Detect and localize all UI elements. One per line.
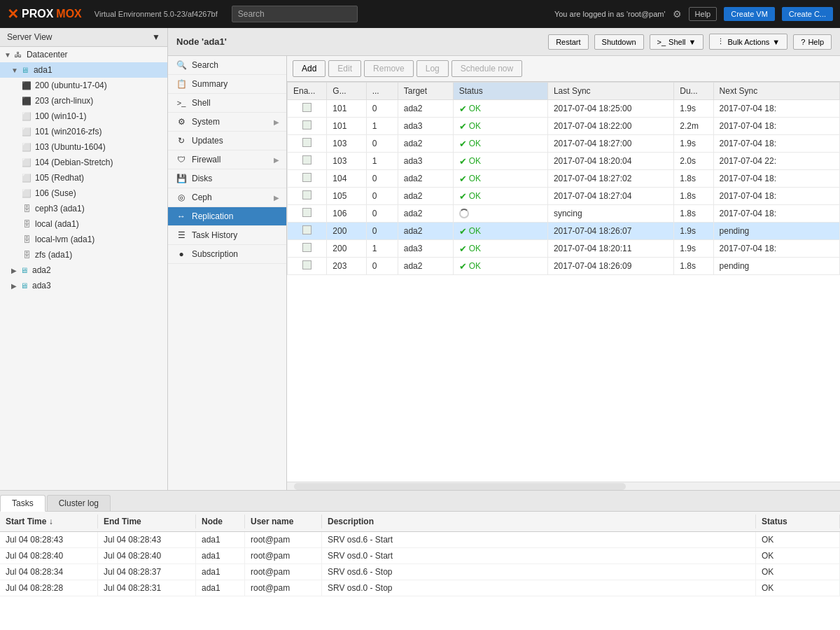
- log-button[interactable]: Log: [416, 60, 449, 77]
- edit-button[interactable]: Edit: [328, 60, 361, 77]
- table-row[interactable]: 101 1 ada3 ✔ OK 2017-07-04 18:22:00 2.2m…: [288, 118, 840, 135]
- task-start-time: Jul 04 08:28:43: [0, 532, 98, 547]
- status-cell: ✔ OK: [453, 100, 547, 118]
- sidebar-item-ada1[interactable]: ▼ 🖥 ada1: [0, 62, 167, 78]
- list-item[interactable]: Jul 04 08:28:28 Jul 04 08:28:31 ada1 roo…: [0, 580, 840, 596]
- sidebar-item-101[interactable]: ⬜ 101 (win2016-zfs): [0, 124, 167, 139]
- target-cell: ada2: [398, 223, 453, 240]
- gear-icon[interactable]: ⚙: [673, 8, 682, 20]
- sidebar-item-ceph3[interactable]: 🗄 ceph3 (ada1): [0, 201, 167, 216]
- nav-item-task-history[interactable]: ☰ Task History: [168, 226, 286, 245]
- table-row[interactable]: 106 0 ada2 syncing 1.8s 2017-07-04 18:: [288, 205, 840, 223]
- enable-cell[interactable]: [288, 135, 327, 153]
- sidebar-item-106[interactable]: ⬜ 106 (Suse): [0, 186, 167, 201]
- enable-checkbox[interactable]: [302, 103, 312, 112]
- nav-item-shell[interactable]: >_ Shell: [168, 94, 286, 113]
- enable-checkbox[interactable]: [302, 208, 312, 217]
- chevron-right-icon-ceph: ▶: [274, 194, 279, 202]
- col-header-status[interactable]: Status: [453, 83, 547, 100]
- enable-checkbox[interactable]: [302, 155, 312, 164]
- nav-item-firewall[interactable]: 🛡 Firewall ▶: [168, 150, 286, 169]
- table-row[interactable]: 103 0 ada2 ✔ OK 2017-07-04 18:27:00 1.9s…: [288, 135, 840, 153]
- last-sync-cell: 2017-07-04 18:20:11: [547, 240, 673, 258]
- enable-cell[interactable]: [288, 223, 327, 240]
- table-row[interactable]: 101 0 ada2 ✔ OK 2017-07-04 18:25:00 1.9s…: [288, 100, 840, 118]
- target-cell: ada3: [398, 153, 453, 170]
- enable-checkbox[interactable]: [302, 225, 312, 234]
- table-row[interactable]: 103 1 ada3 ✔ OK 2017-07-04 18:20:04 2.0s…: [288, 153, 840, 170]
- list-item[interactable]: Jul 04 08:28:43 Jul 04 08:28:43 ada1 roo…: [0, 532, 840, 548]
- tasks-col-start-time[interactable]: Start Time ↓: [0, 514, 98, 528]
- enable-checkbox[interactable]: [302, 243, 312, 252]
- bulk-actions-button[interactable]: ⋮ Bulk Actions ▼: [709, 34, 788, 50]
- replication-table: Ena... G... ... Target Status Last Sync …: [287, 82, 840, 275]
- help-button-top[interactable]: Help: [689, 7, 718, 21]
- nav-item-summary[interactable]: 📋 Summary: [168, 75, 286, 94]
- server-view-dropdown-icon[interactable]: ▼: [152, 32, 160, 42]
- shutdown-button[interactable]: Shutdown: [594, 34, 644, 50]
- nav-item-ceph[interactable]: ◎ Ceph ▶: [168, 188, 286, 207]
- enable-checkbox[interactable]: [302, 173, 312, 182]
- list-item[interactable]: Jul 04 08:28:40 Jul 04 08:28:40 ada1 roo…: [0, 548, 840, 564]
- remove-button[interactable]: Remove: [364, 60, 414, 77]
- sidebar-item-zfs[interactable]: 🗄 zfs (ada1): [0, 247, 167, 262]
- restart-button[interactable]: Restart: [548, 34, 588, 50]
- scroll-thumb[interactable]: [294, 483, 626, 490]
- enable-checkbox[interactable]: [302, 120, 312, 130]
- table-row[interactable]: 203 0 ada2 ✔ OK 2017-07-04 18:26:09 1.8s…: [288, 258, 840, 275]
- status-cell: ✔ OK: [453, 188, 547, 205]
- sidebar-item-ada3[interactable]: ▶ 🖥 ada3: [0, 278, 167, 293]
- sidebar-item-105[interactable]: ⬜ 105 (Redhat): [0, 170, 167, 186]
- horizontal-scrollbar[interactable]: [287, 482, 840, 490]
- task-start-time: Jul 04 08:28:40: [0, 548, 98, 564]
- sidebar-item-datacenter[interactable]: ▼ 🖧 Datacenter: [0, 47, 167, 62]
- chevron-down-icon-shell: ▼: [689, 38, 696, 46]
- checkmark-icon: ✔: [459, 244, 467, 254]
- add-button[interactable]: Add: [293, 60, 326, 77]
- status-cell: ✔ OK: [453, 240, 547, 258]
- enable-cell[interactable]: [288, 170, 327, 188]
- nav-item-updates[interactable]: ↻ Updates: [168, 132, 286, 150]
- subscription-nav-icon: ●: [175, 249, 188, 259]
- nav-item-replication[interactable]: ↔ Replication: [168, 207, 286, 226]
- table-row[interactable]: 104 0 ada2 ✔ OK 2017-07-04 18:27:02 1.8s…: [288, 170, 840, 188]
- tab-cluster-log[interactable]: Cluster log: [47, 495, 111, 511]
- table-row[interactable]: 200 1 ada3 ✔ OK 2017-07-04 18:20:11 1.9s…: [288, 240, 840, 258]
- enable-checkbox[interactable]: [302, 190, 312, 200]
- enable-checkbox[interactable]: [302, 138, 312, 147]
- table-row[interactable]: 200 0 ada2 ✔ OK 2017-07-04 18:26:07 1.9s…: [288, 223, 840, 240]
- sidebar-item-203[interactable]: ⬛ 203 (arch-linux): [0, 93, 167, 108]
- search-input[interactable]: [232, 6, 358, 22]
- sidebar-item-ada2[interactable]: ▶ 🖥 ada2: [0, 262, 167, 278]
- shell-button[interactable]: >_ Shell ▼: [650, 34, 704, 50]
- sidebar-item-locallvm[interactable]: 🗄 local-lvm (ada1): [0, 232, 167, 247]
- job-cell: 0: [366, 223, 398, 240]
- create-vm-button[interactable]: Create VM: [724, 7, 775, 21]
- nav-item-system[interactable]: ⚙ System ▶: [168, 113, 286, 132]
- nav-summary-label: Summary: [192, 79, 227, 89]
- sidebar-item-104[interactable]: ⬜ 104 (Debian-Stretch): [0, 155, 167, 170]
- enable-cell[interactable]: [288, 205, 327, 223]
- nav-item-search[interactable]: 🔍 Search: [168, 56, 286, 75]
- enable-cell[interactable]: [288, 153, 327, 170]
- tab-tasks[interactable]: Tasks: [0, 495, 46, 512]
- sidebar-item-100[interactable]: ⬜ 100 (win10-1): [0, 108, 167, 124]
- enable-cell[interactable]: [288, 240, 327, 258]
- enable-cell[interactable]: [288, 188, 327, 205]
- table-row[interactable]: 105 0 ada2 ✔ OK 2017-07-04 18:27:04 1.8s…: [288, 188, 840, 205]
- create-ct-button[interactable]: Create C...: [782, 7, 833, 21]
- nav-item-disks[interactable]: 💾 Disks: [168, 169, 286, 188]
- enable-cell[interactable]: [288, 100, 327, 118]
- enable-cell[interactable]: [288, 258, 327, 275]
- sidebar-item-200[interactable]: ⬛ 200 (ubuntu-17-04): [0, 78, 167, 93]
- enable-cell[interactable]: [288, 118, 327, 135]
- enable-checkbox[interactable]: [302, 260, 312, 270]
- schedule-now-button[interactable]: Schedule now: [451, 60, 522, 77]
- nav-item-subscription[interactable]: ● Subscription: [168, 245, 286, 264]
- task-user: root@pam: [245, 564, 322, 580]
- list-item[interactable]: Jul 04 08:28:34 Jul 04 08:28:37 ada1 roo…: [0, 564, 840, 580]
- bottom-content: Start Time ↓ End Time Node User name Des…: [0, 512, 840, 630]
- help-button[interactable]: ? Help: [793, 34, 832, 50]
- sidebar-item-local[interactable]: 🗄 local (ada1): [0, 216, 167, 232]
- sidebar-item-103[interactable]: ⬜ 103 (Ubuntu-1604): [0, 139, 167, 155]
